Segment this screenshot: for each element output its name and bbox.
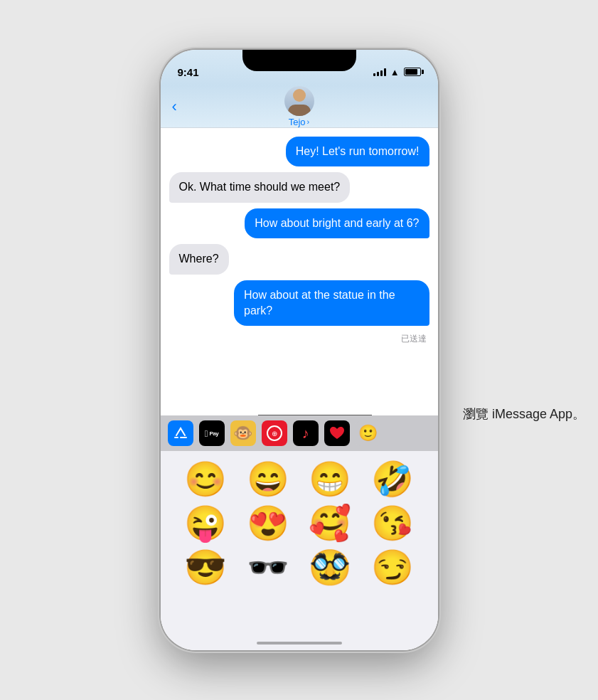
annotation-label: 瀏覽 iMessage App。 <box>463 405 585 423</box>
search-globe-icon: ⊕ <box>267 425 282 441</box>
back-button[interactable]: ‹ <box>172 97 177 116</box>
emoji-panel: 😊 😄 😁 🤣 😜 😍 🥰 😘 😎 🕶️ 🥸 😏 <box>161 451 438 650</box>
list-item[interactable]: 🕶️ <box>247 551 289 585</box>
list-item[interactable]: 😘 <box>371 507 414 541</box>
message-text: How about at the statue in the park? <box>244 289 395 317</box>
contact-name: Tejo <box>289 117 306 127</box>
music-icon: ♪ <box>302 425 309 442</box>
list-item[interactable]: 😍 <box>247 507 289 541</box>
list-item[interactable]: 😄 <box>247 462 289 497</box>
list-item: Ok. What time should we meet? <box>169 172 351 202</box>
list-item: Hey! Let's run tomorrow! <box>286 137 429 166</box>
contact-info[interactable]: Tejo › <box>284 86 314 127</box>
appstore-tray-icon <box>173 425 188 441</box>
list-item[interactable]: 🥸 <box>309 551 351 585</box>
message-text: How about bright and early at 6? <box>255 217 419 229</box>
status-time: 9:41 <box>178 66 199 78</box>
avatar <box>284 86 314 116</box>
animoji-icon: 🐵 <box>233 424 252 442</box>
message-text: Hey! Let's run tomorrow! <box>296 145 420 157</box>
list-item[interactable]: 😏 <box>371 551 414 585</box>
contact-detail-chevron-icon: › <box>307 117 310 126</box>
heart-icon <box>329 425 346 441</box>
annotation-line <box>258 415 372 415</box>
message-text: Ok. What time should we meet? <box>179 181 341 193</box>
list-item[interactable]: 😁 <box>309 462 351 497</box>
list-item[interactable]: 🤣 <box>371 462 414 497</box>
tray-appstore-button[interactable] <box>168 420 193 446</box>
app-tray:  Pay 🐵 ⊕ ♪ <box>161 415 438 451</box>
tray-digitaltouch-button[interactable] <box>324 420 350 446</box>
phone-frame: 9:41 ▲ ‹ Te <box>161 50 438 650</box>
emoji-row-1: 😊 😄 😁 🤣 <box>175 462 424 497</box>
list-item[interactable]: 🥰 <box>309 507 351 541</box>
bottom-panel:  Pay 🐵 ⊕ ♪ <box>161 415 438 650</box>
home-indicator <box>257 642 342 645</box>
applepay-icon:  Pay <box>205 428 218 439</box>
list-item: How about bright and early at 6? <box>245 208 429 238</box>
list-item[interactable]: 😊 <box>184 462 227 497</box>
nav-header: ‹ Tejo › <box>161 85 438 128</box>
wifi-icon: ▲ <box>390 67 400 78</box>
tray-applepay-button[interactable]:  Pay <box>199 420 225 446</box>
list-item[interactable]: 😎 <box>184 551 227 585</box>
emoji-row-3: 😎 🕶️ 🥸 😏 <box>175 551 424 585</box>
back-chevron-icon: ‹ <box>172 97 177 116</box>
signal-bars-icon <box>373 68 386 76</box>
message-text: Where? <box>179 253 219 265</box>
tray-animoji-button[interactable]: 🐵 <box>230 420 256 446</box>
list-item[interactable]: 😜 <box>184 507 227 541</box>
contact-name-row: Tejo › <box>289 117 310 127</box>
tray-music-button[interactable]: ♪ <box>293 420 319 446</box>
status-icons: ▲ <box>373 67 421 78</box>
emoji-row-2: 😜 😍 🥰 😘 <box>175 507 424 541</box>
battery-icon <box>404 68 421 76</box>
list-item: How about at the statue in the park? <box>234 280 429 327</box>
list-item: Where? <box>169 244 229 274</box>
delivered-status: 已送達 <box>169 333 429 345</box>
notch <box>242 50 356 71</box>
tray-search-button[interactable]: ⊕ <box>262 420 287 446</box>
tray-emoji-button[interactable]: 🙂 <box>356 420 381 446</box>
emoji-tray-icon: 🙂 <box>358 424 378 442</box>
